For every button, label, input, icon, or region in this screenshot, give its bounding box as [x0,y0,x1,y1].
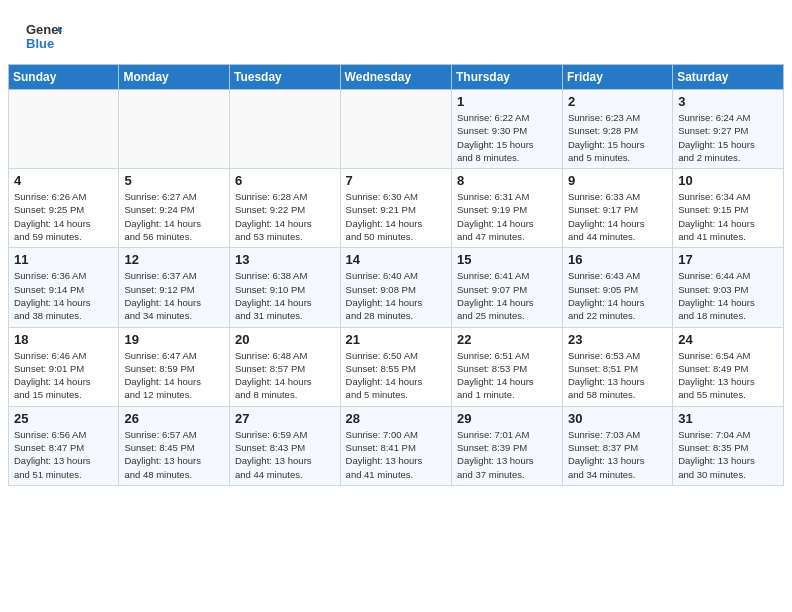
day-cell: 4Sunrise: 6:26 AM Sunset: 9:25 PM Daylig… [9,169,119,248]
day-info: Sunrise: 6:56 AM Sunset: 8:47 PM Dayligh… [14,428,113,481]
logo: General Blue [24,18,62,56]
day-info: Sunrise: 6:38 AM Sunset: 9:10 PM Dayligh… [235,269,335,322]
day-info: Sunrise: 6:37 AM Sunset: 9:12 PM Dayligh… [124,269,224,322]
week-row-1: 1Sunrise: 6:22 AM Sunset: 9:30 PM Daylig… [9,90,784,169]
day-info: Sunrise: 6:23 AM Sunset: 9:28 PM Dayligh… [568,111,667,164]
day-cell: 14Sunrise: 6:40 AM Sunset: 9:08 PM Dayli… [340,248,451,327]
day-info: Sunrise: 6:51 AM Sunset: 8:53 PM Dayligh… [457,349,557,402]
weekday-header-sunday: Sunday [9,65,119,90]
day-info: Sunrise: 6:36 AM Sunset: 9:14 PM Dayligh… [14,269,113,322]
weekday-header-monday: Monday [119,65,230,90]
day-cell: 22Sunrise: 6:51 AM Sunset: 8:53 PM Dayli… [452,327,563,406]
day-cell [119,90,230,169]
day-cell [340,90,451,169]
day-info: Sunrise: 6:57 AM Sunset: 8:45 PM Dayligh… [124,428,224,481]
day-number: 17 [678,252,778,267]
day-cell: 27Sunrise: 6:59 AM Sunset: 8:43 PM Dayli… [229,406,340,485]
day-cell: 9Sunrise: 6:33 AM Sunset: 9:17 PM Daylig… [562,169,672,248]
day-info: Sunrise: 6:28 AM Sunset: 9:22 PM Dayligh… [235,190,335,243]
day-info: Sunrise: 6:22 AM Sunset: 9:30 PM Dayligh… [457,111,557,164]
day-number: 12 [124,252,224,267]
day-cell: 20Sunrise: 6:48 AM Sunset: 8:57 PM Dayli… [229,327,340,406]
day-number: 11 [14,252,113,267]
day-number: 20 [235,332,335,347]
week-row-2: 4Sunrise: 6:26 AM Sunset: 9:25 PM Daylig… [9,169,784,248]
day-cell: 3Sunrise: 6:24 AM Sunset: 9:27 PM Daylig… [673,90,784,169]
header: General Blue [0,0,792,64]
day-number: 31 [678,411,778,426]
day-number: 24 [678,332,778,347]
day-info: Sunrise: 6:33 AM Sunset: 9:17 PM Dayligh… [568,190,667,243]
calendar-wrapper: SundayMondayTuesdayWednesdayThursdayFrid… [0,64,792,498]
logo-icon: General Blue [24,18,62,56]
day-info: Sunrise: 6:31 AM Sunset: 9:19 PM Dayligh… [457,190,557,243]
day-info: Sunrise: 6:43 AM Sunset: 9:05 PM Dayligh… [568,269,667,322]
day-cell: 2Sunrise: 6:23 AM Sunset: 9:28 PM Daylig… [562,90,672,169]
day-info: Sunrise: 6:47 AM Sunset: 8:59 PM Dayligh… [124,349,224,402]
day-number: 26 [124,411,224,426]
day-cell [229,90,340,169]
day-number: 19 [124,332,224,347]
day-info: Sunrise: 7:01 AM Sunset: 8:39 PM Dayligh… [457,428,557,481]
day-number: 13 [235,252,335,267]
day-number: 3 [678,94,778,109]
svg-text:Blue: Blue [26,36,54,51]
weekday-header-wednesday: Wednesday [340,65,451,90]
day-cell: 11Sunrise: 6:36 AM Sunset: 9:14 PM Dayli… [9,248,119,327]
weekday-header-friday: Friday [562,65,672,90]
day-number: 27 [235,411,335,426]
day-cell: 6Sunrise: 6:28 AM Sunset: 9:22 PM Daylig… [229,169,340,248]
day-info: Sunrise: 7:03 AM Sunset: 8:37 PM Dayligh… [568,428,667,481]
day-number: 4 [14,173,113,188]
day-number: 28 [346,411,446,426]
day-cell: 1Sunrise: 6:22 AM Sunset: 9:30 PM Daylig… [452,90,563,169]
day-number: 5 [124,173,224,188]
calendar-table: SundayMondayTuesdayWednesdayThursdayFrid… [8,64,784,486]
day-cell: 26Sunrise: 6:57 AM Sunset: 8:45 PM Dayli… [119,406,230,485]
weekday-header-row: SundayMondayTuesdayWednesdayThursdayFrid… [9,65,784,90]
day-info: Sunrise: 6:53 AM Sunset: 8:51 PM Dayligh… [568,349,667,402]
day-info: Sunrise: 6:27 AM Sunset: 9:24 PM Dayligh… [124,190,224,243]
week-row-3: 11Sunrise: 6:36 AM Sunset: 9:14 PM Dayli… [9,248,784,327]
day-info: Sunrise: 6:44 AM Sunset: 9:03 PM Dayligh… [678,269,778,322]
day-cell: 29Sunrise: 7:01 AM Sunset: 8:39 PM Dayli… [452,406,563,485]
day-number: 30 [568,411,667,426]
day-cell: 15Sunrise: 6:41 AM Sunset: 9:07 PM Dayli… [452,248,563,327]
day-number: 29 [457,411,557,426]
day-cell: 31Sunrise: 7:04 AM Sunset: 8:35 PM Dayli… [673,406,784,485]
day-cell: 17Sunrise: 6:44 AM Sunset: 9:03 PM Dayli… [673,248,784,327]
day-number: 15 [457,252,557,267]
day-info: Sunrise: 6:34 AM Sunset: 9:15 PM Dayligh… [678,190,778,243]
day-cell: 28Sunrise: 7:00 AM Sunset: 8:41 PM Dayli… [340,406,451,485]
weekday-header-tuesday: Tuesday [229,65,340,90]
weekday-header-saturday: Saturday [673,65,784,90]
day-number: 6 [235,173,335,188]
day-info: Sunrise: 6:40 AM Sunset: 9:08 PM Dayligh… [346,269,446,322]
day-cell: 13Sunrise: 6:38 AM Sunset: 9:10 PM Dayli… [229,248,340,327]
weekday-header-thursday: Thursday [452,65,563,90]
day-cell [9,90,119,169]
day-cell: 30Sunrise: 7:03 AM Sunset: 8:37 PM Dayli… [562,406,672,485]
day-cell: 16Sunrise: 6:43 AM Sunset: 9:05 PM Dayli… [562,248,672,327]
day-number: 14 [346,252,446,267]
day-number: 10 [678,173,778,188]
day-number: 21 [346,332,446,347]
day-number: 16 [568,252,667,267]
day-cell: 5Sunrise: 6:27 AM Sunset: 9:24 PM Daylig… [119,169,230,248]
day-info: Sunrise: 6:26 AM Sunset: 9:25 PM Dayligh… [14,190,113,243]
day-cell: 8Sunrise: 6:31 AM Sunset: 9:19 PM Daylig… [452,169,563,248]
day-cell: 24Sunrise: 6:54 AM Sunset: 8:49 PM Dayli… [673,327,784,406]
week-row-5: 25Sunrise: 6:56 AM Sunset: 8:47 PM Dayli… [9,406,784,485]
day-number: 18 [14,332,113,347]
day-number: 8 [457,173,557,188]
day-cell: 19Sunrise: 6:47 AM Sunset: 8:59 PM Dayli… [119,327,230,406]
day-info: Sunrise: 7:04 AM Sunset: 8:35 PM Dayligh… [678,428,778,481]
day-cell: 7Sunrise: 6:30 AM Sunset: 9:21 PM Daylig… [340,169,451,248]
day-info: Sunrise: 6:50 AM Sunset: 8:55 PM Dayligh… [346,349,446,402]
svg-text:General: General [26,22,62,37]
day-cell: 10Sunrise: 6:34 AM Sunset: 9:15 PM Dayli… [673,169,784,248]
day-cell: 25Sunrise: 6:56 AM Sunset: 8:47 PM Dayli… [9,406,119,485]
day-info: Sunrise: 6:54 AM Sunset: 8:49 PM Dayligh… [678,349,778,402]
day-number: 1 [457,94,557,109]
day-cell: 12Sunrise: 6:37 AM Sunset: 9:12 PM Dayli… [119,248,230,327]
